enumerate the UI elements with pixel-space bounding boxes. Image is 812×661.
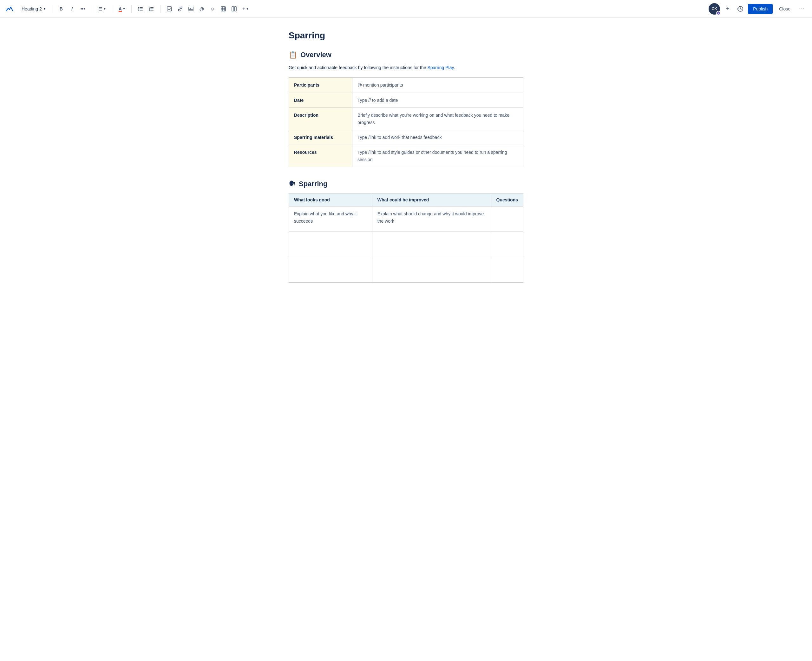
svg-text:3.: 3. bbox=[149, 9, 150, 11]
svg-rect-20 bbox=[232, 6, 234, 11]
sparring-table: What looks good What could be improved Q… bbox=[289, 193, 523, 283]
divider-2 bbox=[92, 5, 92, 13]
overview-intro: Get quick and actionable feedback by fol… bbox=[289, 64, 523, 71]
link-button[interactable] bbox=[175, 4, 185, 14]
svg-rect-12 bbox=[167, 6, 172, 11]
cell-questions-1[interactable] bbox=[491, 206, 523, 232]
text-color-chevron-icon: ▾ bbox=[123, 6, 125, 11]
sparring-icon: 🗣 bbox=[289, 180, 296, 188]
svg-rect-3 bbox=[140, 8, 143, 9]
table-row bbox=[289, 232, 523, 257]
svg-rect-21 bbox=[235, 6, 236, 11]
cell-improved-1[interactable]: Explain what should change and why it wo… bbox=[372, 206, 491, 232]
row-label: Sparring materials bbox=[289, 130, 353, 145]
sparring-section: 🗣 Sparring What looks good What could be… bbox=[289, 180, 523, 283]
italic-button[interactable]: I bbox=[67, 4, 77, 14]
align-button[interactable]: ☰ ▾ bbox=[96, 4, 108, 14]
text-color-group: A ▾ bbox=[116, 4, 128, 14]
svg-rect-11 bbox=[150, 10, 153, 10]
cell-improved-3[interactable] bbox=[372, 257, 491, 283]
col-header-improved: What could be improved bbox=[372, 193, 491, 206]
align-group: ☰ ▾ bbox=[96, 4, 108, 14]
align-chevron-icon: ▾ bbox=[104, 6, 105, 11]
insert-chevron-icon: ▾ bbox=[246, 6, 248, 11]
image-button[interactable] bbox=[186, 4, 196, 14]
emoji-button[interactable]: ☺ bbox=[207, 4, 218, 14]
svg-rect-13 bbox=[189, 7, 193, 11]
avatar-badge: C bbox=[716, 11, 721, 15]
divider-5 bbox=[160, 5, 161, 13]
svg-rect-5 bbox=[140, 10, 143, 10]
content-area: Sparring 📋 Overview Get quick and action… bbox=[270, 18, 542, 661]
svg-rect-1 bbox=[140, 7, 143, 8]
bullet-list-button[interactable] bbox=[136, 4, 145, 14]
table-row: Date Type // to add a date bbox=[289, 93, 523, 107]
add-collaborator-button[interactable]: + bbox=[723, 4, 733, 14]
overview-heading-text: Overview bbox=[300, 51, 332, 59]
cell-looks-good-1[interactable]: Explain what you like and why it succeed… bbox=[289, 206, 372, 232]
task-button[interactable] bbox=[164, 4, 174, 14]
toolbar: Heading 2 ▾ B I ••• ☰ ▾ A ▾ bbox=[0, 0, 812, 18]
user-avatar[interactable]: CK C bbox=[708, 3, 720, 14]
cell-improved-2[interactable] bbox=[372, 232, 491, 257]
svg-point-0 bbox=[138, 7, 139, 8]
version-history-button[interactable] bbox=[735, 4, 745, 14]
app-logo[interactable] bbox=[5, 5, 14, 13]
table-button[interactable] bbox=[218, 4, 228, 14]
heading-style-label: Heading 2 bbox=[22, 6, 42, 11]
row-label: Participants bbox=[289, 78, 353, 93]
table-header-row: What looks good What could be improved Q… bbox=[289, 193, 523, 206]
cell-questions-2[interactable] bbox=[491, 232, 523, 257]
row-label: Description bbox=[289, 108, 353, 130]
row-value[interactable]: Type /link to add style guides or other … bbox=[353, 145, 523, 167]
sparring-play-link[interactable]: Sparring Play bbox=[427, 65, 453, 70]
sparring-heading: 🗣 Sparring bbox=[289, 180, 523, 188]
table-row: Participants @ mention participants bbox=[289, 78, 523, 93]
more-options-button[interactable]: ··· bbox=[797, 4, 807, 14]
text-color-button[interactable]: A ▾ bbox=[116, 4, 128, 14]
overview-icon: 📋 bbox=[289, 51, 297, 59]
numbered-list-button[interactable]: 1. 2. 3. bbox=[146, 4, 156, 14]
row-value[interactable]: Briefly describe what you're working on … bbox=[353, 108, 523, 130]
row-value[interactable]: Type // to add a date bbox=[353, 93, 523, 107]
bold-button[interactable]: B bbox=[56, 4, 66, 14]
avatar-initials: CK bbox=[712, 6, 717, 11]
layout-button[interactable] bbox=[229, 4, 239, 14]
svg-rect-9 bbox=[150, 8, 153, 9]
col-header-looks-good: What looks good bbox=[289, 193, 372, 206]
svg-point-4 bbox=[138, 10, 139, 10]
row-value[interactable]: @ mention participants bbox=[353, 78, 523, 93]
table-row: Resources Type /link to add style guides… bbox=[289, 145, 523, 167]
cell-looks-good-2[interactable] bbox=[289, 232, 372, 257]
close-button[interactable]: Close bbox=[775, 4, 794, 14]
divider-3 bbox=[112, 5, 112, 13]
more-format-button[interactable]: ••• bbox=[78, 4, 88, 14]
table-row: Explain what you like and why it succeed… bbox=[289, 206, 523, 232]
toolbar-right: CK C + Publish Close ··· bbox=[708, 3, 807, 14]
heading-style-selector[interactable]: Heading 2 ▾ bbox=[19, 5, 48, 13]
cell-looks-good-3[interactable] bbox=[289, 257, 372, 283]
row-value[interactable]: Type /link to add work that needs feedba… bbox=[353, 130, 523, 145]
divider-4 bbox=[131, 5, 132, 13]
overview-heading: 📋 Overview bbox=[289, 51, 523, 59]
row-label: Resources bbox=[289, 145, 353, 167]
page-title[interactable]: Sparring bbox=[289, 30, 523, 41]
svg-rect-15 bbox=[221, 6, 225, 11]
action-group: @ ☺ + ▾ bbox=[164, 4, 251, 14]
mention-button[interactable]: @ bbox=[197, 4, 207, 14]
svg-rect-7 bbox=[150, 7, 153, 8]
align-icon: ☰ bbox=[98, 6, 102, 11]
svg-point-2 bbox=[138, 8, 139, 9]
overview-table: Participants @ mention participants Date… bbox=[289, 77, 523, 167]
insert-plus-icon: + bbox=[242, 6, 245, 12]
row-label: Date bbox=[289, 93, 353, 107]
insert-more-button[interactable]: + ▾ bbox=[240, 4, 251, 14]
sparring-heading-text: Sparring bbox=[299, 180, 327, 188]
col-header-questions: Questions bbox=[491, 193, 523, 206]
table-row: Description Briefly describe what you're… bbox=[289, 108, 523, 130]
table-row: Sparring materials Type /link to add wor… bbox=[289, 130, 523, 145]
cell-questions-3[interactable] bbox=[491, 257, 523, 283]
text-format-group: B I ••• bbox=[56, 4, 88, 14]
publish-button[interactable]: Publish bbox=[748, 4, 773, 14]
list-group: 1. 2. 3. bbox=[136, 4, 156, 14]
